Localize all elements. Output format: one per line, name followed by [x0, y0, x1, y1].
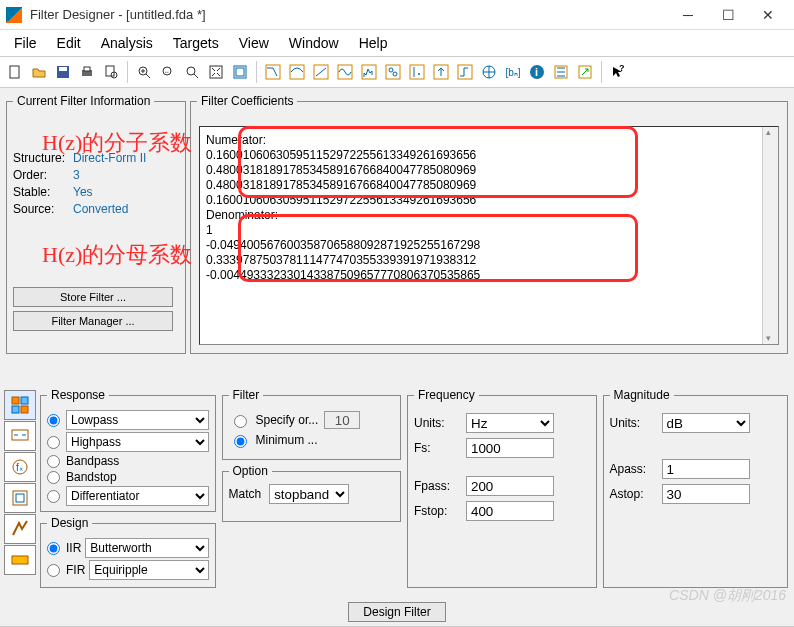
print-preview-icon[interactable]: [100, 61, 122, 83]
step-icon[interactable]: [358, 61, 380, 83]
tab-multirate-icon[interactable]: [4, 545, 36, 575]
svg-line-8: [146, 74, 150, 78]
lowpass-radio[interactable]: [47, 414, 60, 427]
diff-radio[interactable]: [47, 490, 60, 503]
menu-window[interactable]: Window: [279, 32, 349, 54]
open-icon[interactable]: [28, 61, 50, 83]
minimize-button[interactable]: ─: [668, 1, 708, 29]
info-icon[interactable]: i: [526, 61, 548, 83]
fstop-label: Fstop:: [414, 504, 462, 518]
mag-units-label: Units:: [610, 416, 658, 430]
uparrow-icon[interactable]: [430, 61, 452, 83]
apass-input[interactable]: [662, 459, 750, 479]
print-icon[interactable]: [76, 61, 98, 83]
fit-icon[interactable]: [205, 61, 227, 83]
toolbar: ↔ [bₙ] i ?: [0, 56, 794, 88]
freq-units-select[interactable]: Hz: [466, 413, 554, 433]
svg-rect-39: [12, 397, 19, 404]
svg-rect-42: [21, 406, 28, 413]
scrollbar[interactable]: [762, 127, 778, 344]
lowpass-select[interactable]: Lowpass: [66, 410, 209, 430]
help-pointer-icon[interactable]: ?: [607, 61, 629, 83]
specify-label: Specify or...: [256, 413, 319, 427]
maximize-button[interactable]: ☐: [708, 1, 748, 29]
pzed-icon[interactable]: [478, 61, 500, 83]
svg-rect-5: [106, 66, 114, 76]
side-tabs: fₓ: [4, 390, 38, 575]
match-select[interactable]: stopband: [269, 484, 349, 504]
svg-point-28: [418, 73, 420, 75]
zoom-x-icon[interactable]: ↔: [157, 61, 179, 83]
store-filter-button[interactable]: Store Filter ...: [13, 287, 173, 307]
freq-legend: Frequency: [414, 388, 479, 402]
cfi-legend: Current Filter Information: [13, 94, 154, 108]
svg-rect-30: [458, 65, 472, 79]
svg-point-24: [389, 68, 393, 72]
bandstop-label: Bandstop: [66, 470, 117, 484]
tab-realize-icon[interactable]: [4, 483, 36, 513]
coeffview-icon[interactable]: [550, 61, 572, 83]
specify-radio[interactable]: [234, 415, 247, 428]
fir-radio[interactable]: [47, 564, 60, 577]
current-filter-info-fieldset: Current Filter Information Structure:Dir…: [6, 94, 186, 354]
fs-input[interactable]: [466, 438, 554, 458]
highpass-radio[interactable]: [47, 436, 60, 449]
fpass-input[interactable]: [466, 476, 554, 496]
window-title: Filter Designer - [untitled.fda *]: [30, 7, 668, 22]
minimum-label: Minimum ...: [256, 433, 318, 447]
bandstop-radio[interactable]: [47, 471, 60, 484]
fstop-input[interactable]: [466, 501, 554, 521]
impulse-icon[interactable]: [334, 61, 356, 83]
export-icon[interactable]: [574, 61, 596, 83]
highpass-select[interactable]: Highpass: [66, 432, 209, 452]
svg-rect-26: [410, 65, 424, 79]
den-2: 0.33397875037811147747035533939197193831…: [206, 253, 772, 268]
svg-rect-19: [290, 65, 304, 79]
mag-units-select[interactable]: dB: [662, 413, 750, 433]
minimum-radio[interactable]: [234, 435, 247, 448]
menu-analysis[interactable]: Analysis: [91, 32, 163, 54]
window-icon[interactable]: [229, 61, 251, 83]
fir-select[interactable]: Equiripple: [89, 560, 208, 580]
svg-text:i: i: [535, 66, 538, 78]
menu-view[interactable]: View: [229, 32, 279, 54]
mag-response-icon[interactable]: [262, 61, 284, 83]
svg-rect-48: [12, 556, 28, 564]
design-filter-button[interactable]: Design Filter: [348, 602, 445, 622]
astop-input[interactable]: [662, 484, 750, 504]
menu-help[interactable]: Help: [349, 32, 398, 54]
tab-import-icon[interactable]: [4, 421, 36, 451]
iir-radio[interactable]: [47, 542, 60, 555]
zoom-in-icon[interactable]: [133, 61, 155, 83]
order-value: 3: [73, 168, 80, 182]
specify-input: [324, 411, 360, 429]
source-value: Converted: [73, 202, 128, 216]
phasedelay-icon[interactable]: [406, 61, 428, 83]
tab-design-icon[interactable]: [4, 390, 36, 420]
bandpass-radio[interactable]: [47, 455, 60, 468]
save-icon[interactable]: [52, 61, 74, 83]
tab-quantize-icon[interactable]: [4, 514, 36, 544]
iir-select[interactable]: Butterworth: [85, 538, 208, 558]
menu-targets[interactable]: Targets: [163, 32, 229, 54]
freqtrans-icon[interactable]: [454, 61, 476, 83]
mag-legend: Magnitude: [610, 388, 674, 402]
menu-edit[interactable]: Edit: [47, 32, 91, 54]
menu-file[interactable]: File: [4, 32, 47, 54]
filter-manager-button[interactable]: Filter Manager ...: [13, 311, 173, 331]
svg-rect-15: [210, 66, 222, 78]
svg-text:↔: ↔: [164, 69, 170, 75]
new-icon[interactable]: [4, 61, 26, 83]
den-0: 1: [206, 223, 772, 238]
denominator-label: Denominator:: [206, 208, 772, 223]
phase-response-icon[interactable]: [286, 61, 308, 83]
coefficients-textbox[interactable]: Numerator: 0.160010606305951152972255613…: [199, 126, 779, 345]
zoom-full-icon[interactable]: [181, 61, 203, 83]
groupdelay-icon[interactable]: [382, 61, 404, 83]
close-button[interactable]: ✕: [748, 1, 788, 29]
svg-rect-47: [16, 494, 24, 502]
log-icon[interactable]: [bₙ]: [502, 61, 524, 83]
polezero-icon[interactable]: [310, 61, 332, 83]
tab-pz-icon[interactable]: fₓ: [4, 452, 36, 482]
diff-select[interactable]: Differentiator: [66, 486, 209, 506]
